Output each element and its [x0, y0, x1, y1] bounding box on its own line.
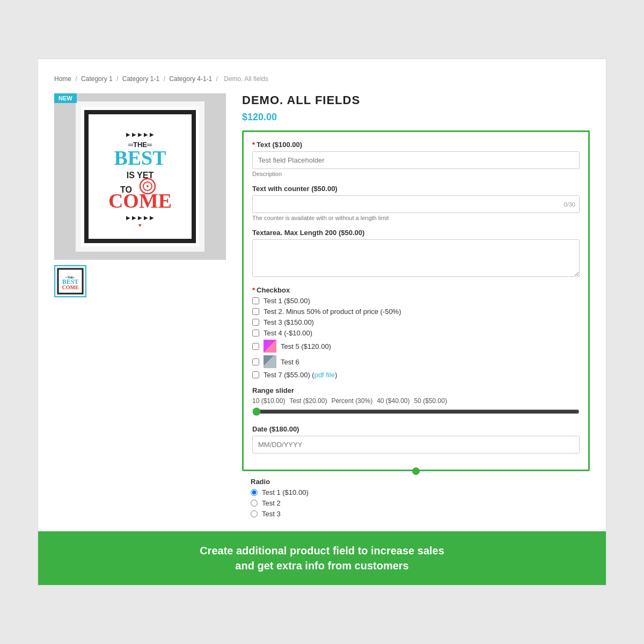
connector-dot: [412, 467, 420, 475]
text-field-label: *Text ($100.00): [252, 141, 580, 149]
breadcrumb-cat1-1[interactable]: Category 1-1: [122, 75, 159, 83]
new-badge: NEW: [54, 93, 77, 103]
pdf-link[interactable]: pdf file: [314, 371, 335, 379]
checkbox-1[interactable]: [252, 297, 259, 304]
list-item: Test 4 (-$10.00): [252, 329, 580, 337]
date-field-label: Date ($180.00): [252, 425, 580, 433]
text-field-description: Description: [252, 171, 580, 177]
radio-2[interactable]: [251, 500, 258, 507]
fields-container: *Text ($100.00) Description Text with co…: [242, 130, 590, 471]
svg-text:▶ ▶ ▶ ▶ ▶: ▶ ▶ ▶ ▶ ▶: [126, 131, 153, 137]
svg-point-10: [147, 185, 149, 187]
text-counter-description: The counter is available with or without…: [252, 215, 580, 221]
breadcrumb-cat1[interactable]: Category 1: [81, 75, 113, 83]
breadcrumb-cat4-1-1[interactable]: Category 4-1-1: [169, 75, 212, 83]
page-wrapper: Home / Category 1 / Category 1-1 / Categ…: [38, 58, 606, 586]
text-field-group: *Text ($100.00) Description: [252, 141, 580, 177]
textarea-input[interactable]: [252, 239, 580, 277]
checkbox-2[interactable]: [252, 308, 259, 315]
bottom-banner: Create additional product field to incre…: [38, 531, 606, 585]
svg-text:COME: COME: [108, 189, 172, 212]
checkbox-6[interactable]: [252, 358, 259, 365]
textarea-label: Textarea. Max Length 200 ($50.00): [252, 229, 580, 237]
list-item: Test 3: [251, 510, 581, 518]
breadcrumb-home[interactable]: Home: [54, 75, 71, 83]
svg-text:▶ ▶ ▶ ▶ ▶: ▶ ▶ ▶ ▶ ▶: [126, 215, 153, 221]
product-layout: NEW ▶ ▶ ▶ ▶ ▶ ═THE═ BEST IS YET TO: [54, 93, 590, 521]
text-counter-field-group: Text with counter ($50.00) 0/30 The coun…: [252, 185, 580, 221]
svg-text:♥: ♥: [138, 222, 142, 228]
radio-label: Radio: [251, 478, 581, 486]
banner-text: Create additional product field to incre…: [54, 543, 590, 573]
checkbox-3[interactable]: [252, 319, 259, 326]
main-image: ▶ ▶ ▶ ▶ ▶ ═THE═ BEST IS YET TO COME ▶ ▶ …: [54, 93, 226, 260]
date-input[interactable]: [252, 436, 580, 453]
checkbox-label: *Checkbox: [252, 286, 580, 294]
checkbox-7[interactable]: [252, 371, 259, 378]
textarea-field-group: Textarea. Max Length 200 ($50.00): [252, 229, 580, 279]
radio-3[interactable]: [251, 510, 258, 517]
breadcrumb: Home / Category 1 / Category 1-1 / Categ…: [54, 75, 590, 83]
fields-wrapper: *Text ($100.00) Description Text with co…: [242, 130, 590, 471]
option-icon-6: [264, 355, 276, 368]
list-item: Test 2. Minus 50% of product of price (-…: [252, 308, 580, 316]
product-title: DEMO. ALL FIELDS: [242, 93, 590, 107]
option-icon-5: [264, 340, 276, 353]
checkbox-5[interactable]: [252, 343, 259, 350]
range-slider-input[interactable]: [252, 407, 580, 416]
breadcrumb-current: Demo. All fields: [224, 75, 268, 83]
date-field-group: Date ($180.00): [252, 425, 580, 453]
list-item: Test 1 ($50.00): [252, 297, 580, 305]
radio-section: Radio Test 1 ($10.00) Test 2 Test 3: [242, 478, 590, 518]
checkbox-4[interactable]: [252, 330, 259, 336]
text-counter-input[interactable]: [252, 195, 580, 213]
list-item: Test 2: [251, 499, 581, 507]
counter-input-wrapper: 0/30: [252, 195, 580, 213]
text-counter-label: Text with counter ($50.00): [252, 185, 580, 193]
product-price: $120.00: [242, 112, 590, 123]
product-images: NEW ▶ ▶ ▶ ▶ ▶ ═THE═ BEST IS YET TO: [54, 93, 226, 297]
thumbnail-row: ═THE═ BEST COME: [54, 265, 226, 297]
text-field-input[interactable]: [252, 151, 580, 169]
svg-text:COME: COME: [62, 284, 78, 290]
svg-text:BEST: BEST: [114, 147, 166, 169]
list-item: Test 3 ($150.00): [252, 318, 580, 326]
thumbnail-1[interactable]: ═THE═ BEST COME: [54, 265, 86, 297]
list-item: Test 5 ($120.00): [252, 340, 580, 353]
list-item: Test 7 ($55.00) (pdf file): [252, 371, 580, 379]
range-slider-group: Range slider 10 ($10.00) Test ($20.00) P…: [252, 386, 580, 418]
checkbox-list: Test 1 ($50.00) Test 2. Minus 50% of pro…: [252, 297, 580, 379]
list-item: Test 1 ($10.00): [251, 488, 581, 496]
counter-badge: 0/30: [564, 201, 575, 208]
radio-1[interactable]: [251, 489, 258, 496]
range-labels: 10 ($10.00) Test ($20.00) Percent (30%) …: [252, 397, 580, 405]
range-slider-label: Range slider: [252, 386, 580, 394]
product-info: DEMO. ALL FIELDS $120.00 *Text ($100.00)…: [242, 93, 590, 521]
product-poster-svg: ▶ ▶ ▶ ▶ ▶ ═THE═ BEST IS YET TO COME ▶ ▶ …: [76, 101, 204, 252]
list-item: Test 6: [252, 355, 580, 368]
radio-list: Test 1 ($10.00) Test 2 Test 3: [251, 488, 581, 518]
checkbox-field-group: *Checkbox Test 1 ($50.00) Test 2. Minus …: [252, 286, 580, 379]
